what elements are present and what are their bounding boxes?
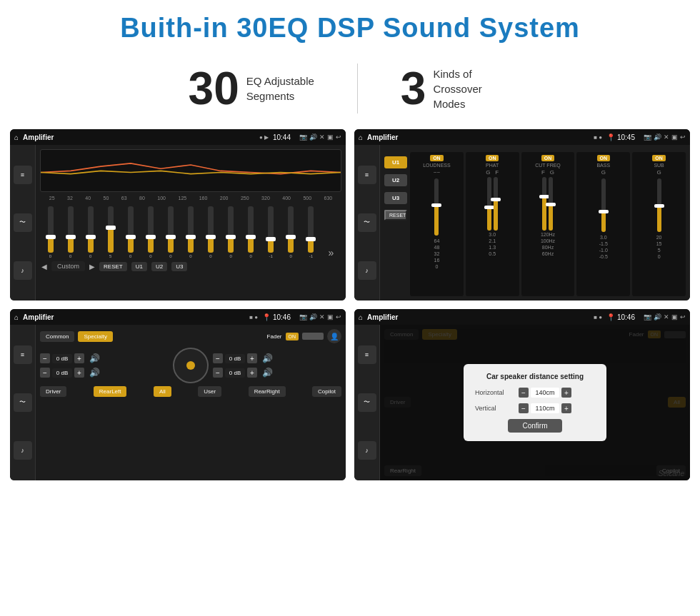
phat-label: PHAT bbox=[486, 163, 499, 168]
screen1-main: 25 32 40 50 63 80 100 125 160 200 250 32… bbox=[36, 145, 346, 301]
eq-slider-14[interactable]: -1 bbox=[302, 206, 320, 258]
screen3-title: Amplifier bbox=[23, 313, 245, 321]
close-icon: ✕ bbox=[319, 133, 325, 141]
u3-btn[interactable]: U3 bbox=[171, 262, 187, 271]
volume-down-btn3[interactable]: ♪ bbox=[14, 441, 32, 460]
dialog-title: Car speaker distance setting bbox=[475, 373, 595, 380]
vertical-plus[interactable]: + bbox=[561, 403, 571, 413]
volume-icon2: 🔊 bbox=[654, 133, 661, 141]
screen1-bar: ⌂ Amplifier ● ▶ 10:44 📷 🔊 ✕ ▣ ↩ bbox=[10, 129, 346, 145]
u2-btn[interactable]: U2 bbox=[151, 262, 167, 271]
screen1-body: ≡ 〜 ♪ 25 32 40 50 63 bbox=[10, 145, 346, 301]
fader-joystick[interactable] bbox=[173, 348, 209, 383]
eq-slider-5[interactable]: 0 bbox=[121, 206, 139, 258]
copilot-btn3[interactable]: Copilot bbox=[312, 386, 341, 397]
eq-slider-8[interactable]: 0 bbox=[181, 206, 199, 258]
eq-slider-6[interactable]: 0 bbox=[141, 206, 159, 258]
volume-icon4: 🔊 bbox=[654, 313, 661, 320]
right-rear-minus[interactable]: − bbox=[213, 368, 223, 378]
user-btn3[interactable]: User bbox=[198, 386, 221, 397]
eq-slider-3[interactable]: 0 bbox=[81, 206, 99, 258]
right-rear-plus[interactable]: + bbox=[247, 368, 257, 378]
eq-slider-9[interactable]: 0 bbox=[202, 206, 220, 258]
volume-down-btn[interactable]: ♪ bbox=[14, 261, 32, 280]
person-icon: 👤 bbox=[327, 329, 341, 343]
vertical-minus[interactable]: − bbox=[519, 403, 529, 413]
next-btn[interactable]: ▶ bbox=[89, 263, 95, 271]
left-front-minus[interactable]: − bbox=[40, 353, 50, 363]
screen3-body: ≡ 〜 ♪ Common Specialty Fader ON 👤 bbox=[10, 325, 346, 480]
left-rear-val: 0 dB bbox=[52, 368, 72, 378]
custom-label: Custom bbox=[51, 261, 85, 271]
volume-down-btn4[interactable]: ♪ bbox=[358, 441, 376, 460]
common-tab3[interactable]: Common bbox=[40, 331, 74, 342]
cutfreq-module: ON CUT FREQ F G bbox=[521, 152, 575, 296]
screen4-bar-icons: 📷 🔊 ✕ ▣ ↩ bbox=[644, 313, 686, 320]
cutfreq-on[interactable]: ON bbox=[541, 155, 555, 161]
eq-slider-11[interactable]: 0 bbox=[242, 206, 260, 258]
left-rear-control: − 0 dB + 🔊 bbox=[40, 368, 169, 378]
eq-toggle-btn4[interactable]: ≡ bbox=[358, 345, 376, 364]
left-rear-minus[interactable]: − bbox=[40, 368, 50, 378]
fader-on[interactable]: ON bbox=[286, 333, 299, 340]
specialty-tab3[interactable]: Specialty bbox=[78, 331, 112, 342]
right-front-plus[interactable]: + bbox=[247, 353, 257, 363]
cutfreq-label: CUT FREQ bbox=[535, 163, 561, 168]
stat-number-eq: 30 bbox=[189, 66, 239, 111]
dialog-overlay: Car speaker distance setting Horizontal … bbox=[380, 325, 690, 480]
screen2-title: Amplifier bbox=[367, 133, 589, 141]
vertical-value: 110cm bbox=[531, 403, 559, 413]
screen1-dot-icon: ● ▶ bbox=[259, 134, 269, 141]
u1-preset[interactable]: U1 bbox=[384, 156, 407, 168]
eq-toggle-btn[interactable]: ≡ bbox=[14, 166, 32, 184]
u2-preset[interactable]: U2 bbox=[384, 174, 407, 186]
screen2-bar: ⌂ Amplifier ■ ● 📍 10:45 📷 🔊 ✕ ▣ ↩ bbox=[354, 129, 690, 145]
eq-slider-2[interactable]: 0 bbox=[61, 206, 79, 258]
confirm-button[interactable]: Confirm bbox=[508, 419, 561, 433]
wave-btn3[interactable]: 〜 bbox=[14, 393, 32, 412]
fader-slider[interactable] bbox=[302, 333, 324, 340]
screen2-main: U1 U2 U3 RESET ON LOUDNESS ~~ bbox=[380, 145, 690, 301]
u3-preset[interactable]: U3 bbox=[384, 192, 407, 204]
u1-btn[interactable]: U1 bbox=[131, 262, 147, 271]
eq-slider-4[interactable]: 5 bbox=[101, 206, 119, 258]
eq-slider-7[interactable]: 0 bbox=[161, 206, 179, 258]
window-icon2: ▣ bbox=[671, 133, 678, 141]
eq-slider-12[interactable]: -1 bbox=[262, 206, 280, 258]
all-btn3[interactable]: All bbox=[154, 386, 171, 397]
screen4-icons: ■ ● bbox=[594, 314, 602, 320]
horizontal-minus[interactable]: − bbox=[519, 388, 529, 398]
phat-on[interactable]: ON bbox=[486, 155, 499, 161]
reset-btn[interactable]: RESET bbox=[99, 262, 127, 271]
driver-btn3[interactable]: Driver bbox=[40, 386, 66, 397]
back-icon3: ↩ bbox=[336, 313, 341, 320]
wave-btn2[interactable]: 〜 bbox=[358, 213, 376, 232]
eq-slider-more[interactable]: » bbox=[322, 247, 340, 258]
sub-on[interactable]: ON bbox=[652, 155, 666, 161]
right-front-control: − 0 dB + 🔊 bbox=[213, 353, 341, 363]
camera-icon3: 📷 bbox=[299, 313, 307, 320]
volume-down-btn2[interactable]: ♪ bbox=[358, 261, 376, 280]
horizontal-plus[interactable]: + bbox=[561, 388, 571, 398]
home-icon3: ⌂ bbox=[14, 313, 19, 321]
window-icon4: ▣ bbox=[671, 313, 678, 320]
wave-btn4[interactable]: 〜 bbox=[358, 393, 376, 412]
screens-grid: ⌂ Amplifier ● ▶ 10:44 📷 🔊 ✕ ▣ ↩ ≡ 〜 ♪ bbox=[0, 129, 700, 492]
eq-toggle-btn3[interactable]: ≡ bbox=[14, 345, 32, 364]
eq-slider-10[interactable]: 0 bbox=[222, 206, 240, 258]
stat-label-eq: EQ AdjustableSegments bbox=[246, 74, 314, 103]
left-front-plus[interactable]: + bbox=[74, 353, 84, 363]
loudness-on[interactable]: ON bbox=[430, 155, 444, 161]
prev-btn[interactable]: ◀ bbox=[41, 263, 47, 271]
reset-btn2[interactable]: RESET bbox=[384, 210, 407, 221]
eq-slider-13[interactable]: 0 bbox=[282, 206, 300, 258]
rearleft-btn3[interactable]: RearLeft bbox=[94, 386, 127, 397]
right-front-minus[interactable]: − bbox=[213, 353, 223, 363]
wave-btn[interactable]: 〜 bbox=[14, 213, 32, 232]
left-rear-plus[interactable]: + bbox=[74, 368, 84, 378]
stat-label-crossover: Kinds ofCrossover Modes bbox=[433, 66, 511, 111]
eq-slider-1[interactable]: 0 bbox=[41, 206, 59, 258]
eq-toggle-btn2[interactable]: ≡ bbox=[358, 166, 376, 184]
bass-on[interactable]: ON bbox=[597, 155, 611, 161]
rearright-btn3[interactable]: RearRight bbox=[249, 386, 286, 397]
